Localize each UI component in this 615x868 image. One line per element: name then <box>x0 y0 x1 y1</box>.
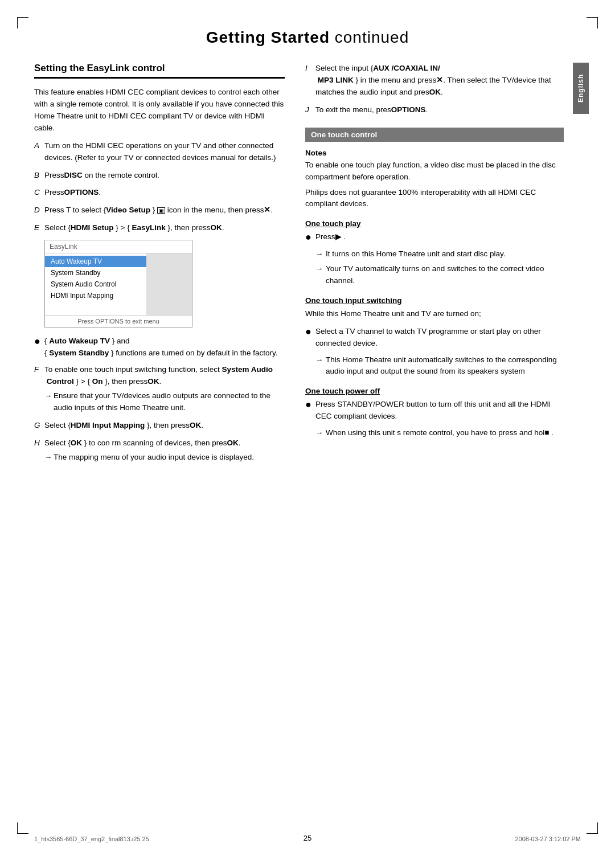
easylink-footer: Press OPTIONS to exit menu <box>45 315 192 327</box>
list-item: I Select the input {AUX /COAXIAL IN/ MP3… <box>305 63 564 99</box>
page-footer: 1_hts3565-66D_37_eng2_final813.i25 25 20… <box>34 836 581 842</box>
one-touch-input-intro: While this Home Theatre unit and TV are … <box>305 308 564 320</box>
arrow-items: → It turns on this Home Theatre unit and… <box>305 248 564 287</box>
page-header: Getting Started continued <box>34 23 581 47</box>
one-touch-power-off-title: One touch power off <box>305 387 564 395</box>
one-touch-play-section: One touch play ● Press▶ . → It turns on … <box>305 219 564 286</box>
list-item: H Select {OK } to con rm scanning of dev… <box>34 437 285 464</box>
list-item: E Select {HDMI Setup } > { EasyLink }, t… <box>34 222 285 234</box>
one-touch-power-off-section: One touch power off ● Press STANDBY/POWE… <box>305 387 564 439</box>
corner-mark-br <box>587 822 598 834</box>
easylink-screenshot: EasyLink Auto Wakeup TV System Standby S… <box>44 240 192 327</box>
english-tab: English <box>573 63 589 114</box>
list-item: A Turn on the HDMI CEC operations on you… <box>34 140 285 164</box>
notes-section: Notes To enable one touch play function,… <box>305 149 564 211</box>
arrow-item: → Your TV automatically turns on and swi… <box>315 263 564 287</box>
corner-mark-bl <box>17 822 28 834</box>
list-item: D Press T to select {Video Setup } ▣ ico… <box>34 204 285 216</box>
footer-left: 1_hts3565-66D_37_eng2_final813.i25 25 <box>34 836 149 842</box>
left-column: Setting the EasyLink control This featur… <box>34 63 285 469</box>
corner-mark-tr <box>587 17 598 28</box>
list-item: J To exit the menu, presOPTIONS. <box>305 104 564 116</box>
easylink-side-panel <box>146 253 192 315</box>
right-column: English I Select the input {AUX /COAXIAL… <box>305 63 581 469</box>
arrow-item: → It turns on this Home Theatre unit and… <box>315 248 564 260</box>
easylink-menu-item: System Standby <box>45 267 146 279</box>
one-touch-input-switching-title: One touch input switching <box>305 296 564 305</box>
easylink-header: EasyLink <box>45 240 192 253</box>
list-item: G Select {HDMI Input Mapping }, then pre… <box>34 420 285 432</box>
easylink-menu: Auto Wakeup TV System Standby System Aud… <box>45 253 146 315</box>
easylink-menu-item: Auto Wakeup TV <box>45 256 146 267</box>
notes-text-2: Philips does not guarantee 100% interope… <box>305 187 564 211</box>
footer-right: 2008-03-27 3:12:02 PM <box>515 836 581 842</box>
intro-text: This feature enables HDMI CEC compliant … <box>34 87 285 134</box>
notes-title: Notes <box>305 149 564 157</box>
list-item: C PressOPTIONS. <box>34 187 285 199</box>
one-touch-play-title: One touch play <box>305 219 564 228</box>
list-item: ● Select a TV channel to watch TV progra… <box>305 326 564 350</box>
notes-text: To enable one touch play function, a vid… <box>305 159 564 183</box>
section-title: Setting the EasyLink control <box>34 63 285 79</box>
one-touch-input-switching-section: One touch input switching While this Hom… <box>305 296 564 378</box>
arrow-item: → This Home Theatre unit automatically s… <box>315 354 564 378</box>
list-item: F To enable one touch input switching fu… <box>34 364 285 414</box>
easylink-menu-item: HDMI Input Mapping <box>45 290 146 301</box>
one-touch-control-header: One touch control <box>305 128 564 142</box>
list-item: B PressDISC on the remote control. <box>34 170 285 182</box>
list-item: ● Press STANDBY/POWER button to turn off… <box>305 399 564 423</box>
page-title: Getting Started continued <box>34 28 581 47</box>
corner-mark-tl <box>17 17 28 28</box>
arrow-items: → When using this unit s remote control,… <box>305 427 564 439</box>
list-item: ● { Auto Wakeup TV } and{ System Standby… <box>34 335 285 359</box>
easylink-menu-item: System Audio Control <box>45 279 146 290</box>
arrow-items: → This Home Theatre unit automatically s… <box>305 354 564 378</box>
arrow-item: → When using this unit s remote control,… <box>315 427 564 439</box>
list-item: ● Press▶ . <box>305 231 564 244</box>
